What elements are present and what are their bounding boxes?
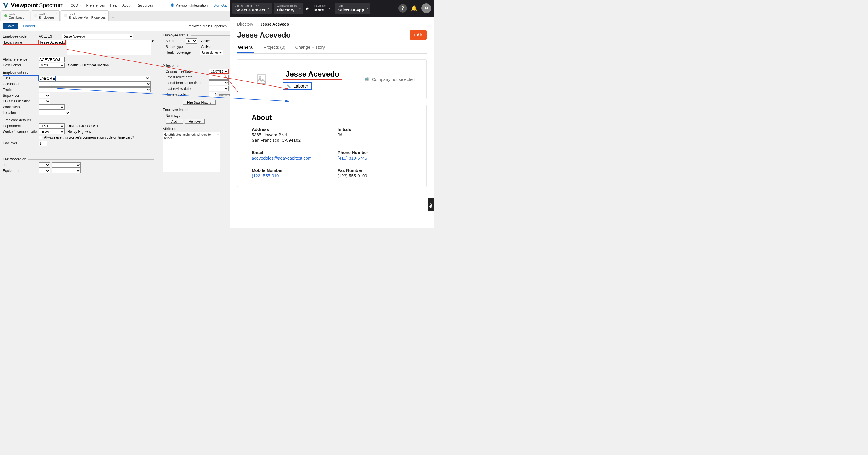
tab-dashboard[interactable]: CCDDashboard (1, 10, 30, 21)
tab-general[interactable]: General (237, 45, 254, 53)
lbl-empcode: Employee code (3, 34, 39, 38)
menu-resources[interactable]: Resources (136, 3, 153, 7)
apps-selector[interactable]: AppsSelect an App (335, 3, 370, 14)
tab-employees[interactable]: CCDEmployees× (31, 10, 60, 21)
lbl-fax: Fax Number (338, 168, 412, 173)
help-sidebar-tab[interactable]: Help (428, 198, 434, 211)
page-title: Employee Main Properties (186, 24, 227, 28)
lbl-rehire: Latest rehire date (166, 75, 209, 79)
title-select[interactable] (56, 76, 150, 81)
vp-logo-icon (3, 3, 9, 8)
vp-main-menu: CCD Preferences Help About Resources (71, 3, 153, 7)
lbl-trade: Trade (3, 88, 39, 92)
menu-about[interactable]: About (122, 3, 131, 7)
dept-select[interactable]: 5050 (39, 123, 65, 129)
val-fax: (123) 555-0100 (338, 173, 412, 178)
no-image-text: No image (166, 113, 180, 118)
orighire-input[interactable]: 12/07/16 (209, 69, 229, 74)
close-icon[interactable]: × (56, 12, 58, 15)
profile-company: 🏢Company not selected (365, 77, 415, 82)
wc-select[interactable]: HEAV (39, 129, 65, 134)
mobile-link[interactable]: (123) 555-0101 (252, 173, 281, 178)
term-input[interactable] (209, 80, 229, 86)
occupation-select[interactable] (39, 82, 151, 87)
save-button[interactable]: Save (3, 23, 18, 29)
help-icon[interactable]: ? (398, 4, 407, 12)
lbl-legalname: Legal name (3, 40, 39, 45)
job-select1[interactable] (39, 162, 50, 167)
favorites-star[interactable]: ★ (305, 6, 309, 11)
status-select[interactable]: A (186, 38, 197, 43)
image-placeholder-icon (249, 67, 274, 92)
tab-bar: CCDDashboard CCDEmployees× CCDEmployee M… (0, 11, 229, 21)
email-link[interactable]: acevedojes@agaveapitest.com (252, 156, 312, 160)
crumb-directory[interactable]: Directory (237, 22, 253, 26)
scroll-up-icon[interactable]: ▲ (216, 132, 220, 136)
phone-link[interactable]: (415) 319-6745 (338, 156, 367, 160)
menu-help[interactable]: Help (110, 3, 117, 7)
cancel-button[interactable]: Cancel (20, 23, 38, 29)
new-tab-button[interactable]: + (109, 14, 117, 21)
lbl-address: Address (252, 127, 326, 132)
tab-emp-main[interactable]: CCDEmployee Main Properties× (61, 10, 109, 21)
supervisor-select[interactable] (39, 93, 50, 98)
lbl-eeo: EEO classification (3, 99, 39, 103)
tab-history[interactable]: Change History (295, 45, 326, 53)
add-image-button[interactable]: Add (166, 119, 183, 124)
profile-role: 🔧Laborer (283, 82, 312, 90)
menu-prefs[interactable]: Preferences (86, 3, 105, 7)
action-bar: Save Cancel Employee Main Properties (0, 21, 229, 31)
pay-input[interactable] (39, 140, 48, 146)
user-menu[interactable]: 👤 Viewpoint Integration (170, 3, 208, 7)
trade-select[interactable] (39, 87, 151, 92)
cost-center-desc: Seattle - Electrical Division (68, 63, 109, 67)
lbl-alpha: Alpha reference (3, 57, 39, 61)
chevron-right-icon: › (256, 22, 257, 26)
rehire-input[interactable] (209, 74, 229, 80)
breadcrumb: Directory › Jesse Acevedo › (237, 22, 427, 26)
lbl-supervisor: Supervisor (3, 94, 39, 98)
alpha-ref-input[interactable] (39, 57, 65, 62)
lbl-review: Last review date (166, 87, 209, 91)
equip-select1[interactable] (39, 168, 50, 173)
eeo-select[interactable] (39, 99, 50, 104)
lbl-occupation: Occupation (3, 82, 39, 86)
sign-out[interactable]: Sign Out (213, 3, 227, 7)
val-initials: JA (338, 132, 412, 137)
tab-projects[interactable]: Projects (0) (263, 45, 286, 53)
detail-tabs: General Projects (0) Change History (237, 45, 427, 54)
user-avatar[interactable]: JA (422, 3, 431, 13)
favorites-menu[interactable]: FavoritesMore (311, 3, 332, 14)
lbl-statustype: Status type (166, 45, 186, 49)
lbl-location: Location (3, 111, 39, 115)
close-icon[interactable]: × (105, 12, 107, 15)
legal-name-extra[interactable] (67, 40, 151, 55)
tools-selector[interactable]: Company ToolsDirectory (274, 3, 303, 14)
statustype-val: Active (201, 45, 211, 49)
menu-ccd[interactable]: CCD (71, 3, 81, 7)
location-select[interactable] (39, 110, 70, 115)
hire-history-button[interactable]: Hire Date History (183, 100, 216, 105)
attributes-box[interactable]: No attributes assigned: window to select… (163, 132, 220, 172)
dept-desc: DIRECT JOB COST (67, 124, 98, 128)
cycle-input[interactable] (209, 92, 217, 97)
job-select2[interactable] (52, 162, 81, 167)
review-input[interactable] (209, 86, 229, 91)
emp-name-select[interactable]: Jesse Acevedo (62, 34, 133, 39)
legal-name-input[interactable] (39, 40, 66, 45)
health-select[interactable]: Unassigned (200, 50, 223, 55)
bell-icon[interactable]: 🔔 (411, 5, 417, 11)
equip-select2[interactable] (52, 168, 81, 173)
project-selector[interactable]: Agave Demo ERPSelect a Project (232, 3, 272, 14)
title-input[interactable] (39, 76, 56, 81)
profile-card: Jesse Acevedo 🔧Laborer 🏢Company not sele… (237, 59, 427, 99)
wc-checkbox[interactable] (39, 136, 42, 139)
cost-center-select[interactable]: 1020 (39, 63, 65, 68)
workclass-select[interactable] (39, 104, 65, 109)
lbl-wc: Worker's compensation (3, 130, 39, 134)
lbl-pay: Pay level (3, 141, 39, 145)
lbl-status: Status (166, 39, 186, 43)
remove-image-button[interactable]: Remove (185, 119, 205, 124)
edit-button[interactable]: Edit (410, 30, 427, 40)
lbl-initials: Initials (338, 127, 412, 132)
